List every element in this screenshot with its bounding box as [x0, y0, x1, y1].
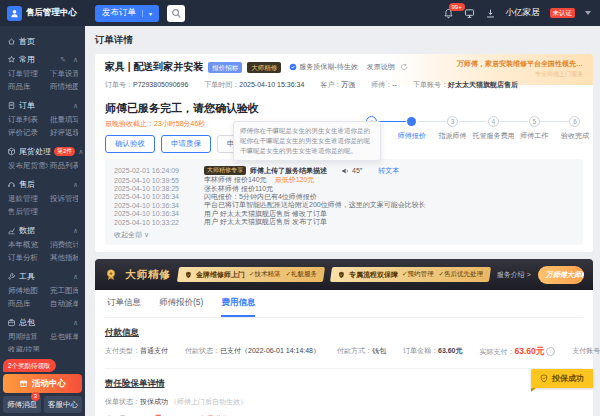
workbench-icon[interactable] — [464, 8, 475, 19]
app-title: 售后管理中心 — [26, 7, 77, 19]
sidebar-group: 订单管理 下单设置 商品库 商情地图 — [7, 65, 78, 93]
worker-logo-icon — [7, 6, 22, 21]
sidebar-item[interactable]: 好评返现 — [50, 128, 78, 138]
gold-badge-tag: 预约管理 — [407, 270, 433, 277]
sidebar-section-aftersale[interactable]: 售后 ∧ — [7, 179, 78, 190]
timeline-text: 李林师傅 报价140元 — [204, 176, 267, 184]
sidebar-nav: 首页 常用 ✎ ∧ 订单管理 下单设置 商品库 商情地图 订单 ∧ 订单列表 — [0, 26, 85, 352]
chevron-up-icon[interactable]: ∧ — [78, 148, 83, 156]
sidebar-group: 周期结算 总包账单 收藏/拉黑 — [7, 328, 78, 352]
order-header: 家具 | 配送到家并安装 报价招标 大师精修 服务质保期-待生效 发票说明 — [105, 61, 583, 73]
sidebar-item-label: 首页 — [19, 36, 35, 47]
sidebar-item[interactable]: 师傅地图 — [8, 286, 48, 296]
chevron-up-icon[interactable]: ∧ — [73, 181, 78, 189]
sidebar-item[interactable]: 收藏/拉黑 — [8, 345, 48, 352]
sidebar-group: 师傅地图 完工图库 商品库 自动派单 — [7, 282, 78, 310]
sidebar-section-tools[interactable]: 工具 ∧ — [7, 271, 78, 282]
payment-fields: 支付类型：普通支付 付款状态：已支付（2022-06-01 14:14:48） … — [105, 346, 583, 358]
timeline-row: 2025-04-10 10:39:55 李林师傅 报价140元 最低价120元 — [114, 176, 574, 184]
invoice-info-link[interactable]: 发票说明 — [367, 62, 395, 72]
order-card: 万师傅，家居安装维修平台全国性领先… 专业师傅上门服务 家具 | 配送到家并安装… — [95, 54, 593, 252]
refresh-icon[interactable] — [400, 63, 408, 71]
edit-icon[interactable]: ✎ — [60, 56, 66, 64]
order-time-label: 下单时间： — [204, 81, 239, 88]
sidebar-item[interactable]: 自动派单 — [50, 299, 78, 309]
sidebar-item[interactable]: 售后管理 — [8, 207, 48, 217]
activity-center-button[interactable]: 活动中心 — [3, 374, 82, 393]
sidebar-item-home[interactable]: 首页 — [7, 36, 78, 47]
sidebar-item[interactable]: 商品库 — [8, 299, 48, 309]
sidebar-item[interactable]: 本年概览 — [8, 240, 48, 250]
sidebar-item[interactable]: 退款管理 — [8, 194, 48, 204]
tab-fee-info[interactable]: 费用信息 — [221, 297, 255, 317]
search-button[interactable] — [167, 5, 185, 22]
publish-order-button[interactable]: 发布订单 ▾ — [95, 5, 159, 22]
sidebar-section-package[interactable]: 总包 ∧ — [7, 317, 78, 328]
timeline-time: 2025-04-10 10:36:34 — [114, 202, 204, 209]
download-icon[interactable] — [485, 8, 496, 19]
chevron-up-icon[interactable]: ∧ — [73, 227, 78, 235]
chevron-up-icon[interactable]: ∧ — [73, 319, 78, 327]
service-intro-link[interactable]: 服务介绍 > — [497, 270, 531, 280]
confirm-acceptance-button[interactable]: 确认验收 — [105, 135, 155, 153]
sidebar-section-orders[interactable]: 订单 ∧ — [7, 100, 78, 111]
master-repair-tag: 大师精修 — [247, 62, 281, 73]
gold-badge-onsite: 金牌维修师上门 ✓技术精湛✓礼貌服务 — [177, 267, 325, 282]
tab-order-info[interactable]: 订单信息 — [107, 297, 141, 317]
sidebar-section-favorites[interactable]: 常用 ✎ ∧ — [7, 54, 78, 65]
sidebar-item[interactable]: 订单分析 — [8, 253, 48, 263]
info-icon[interactable]: i — [546, 347, 555, 356]
user-menu-caret-icon[interactable] — [585, 11, 591, 15]
timeline-text: 平台已将订单智能匹配推送给附近200位师傅，这里的文案可能会比较长 — [204, 201, 426, 209]
to-text-link[interactable]: 转文本 — [378, 166, 399, 176]
master-message-label: 师傅消息 — [7, 400, 37, 410]
sidebar-item[interactable]: 商品列表 — [50, 161, 78, 171]
apply-warranty-button[interactable]: 申请质保 — [161, 135, 211, 153]
master-promo-banner[interactable]: 万师傅大师精修 行业大师上门，解决高价值高难度产品修复 — [538, 266, 584, 284]
tab-master-quotes[interactable]: 师傅报价(5) — [159, 297, 203, 317]
chevron-up-icon[interactable]: ∧ — [73, 273, 78, 281]
sidebar-item[interactable]: 总包账单 — [50, 332, 78, 342]
timeline-row: 2025-04-10 10:36:34 平台已将订单智能匹配推送给附近200位师… — [114, 201, 574, 209]
home-icon — [7, 37, 16, 46]
wrench-icon — [7, 272, 16, 281]
chevron-up-icon[interactable]: ∧ — [73, 102, 78, 110]
notification-bell-icon[interactable]: 99+ — [443, 8, 454, 19]
sidebar-item[interactable]: 评价记录 — [8, 128, 48, 138]
gold-badge-tag: 技术精湛 — [254, 270, 280, 277]
sidebar-item[interactable]: 批量填写记录 — [50, 115, 78, 125]
step-4: 4托管服务费用 — [487, 116, 499, 127]
sidebar-item[interactable]: 消费统计 — [50, 240, 78, 250]
sidebar-item[interactable]: 订单列表 — [8, 115, 48, 125]
headset-icon — [7, 180, 16, 189]
chevron-up-icon[interactable]: ∧ — [73, 56, 78, 64]
customer-service-button[interactable]: 客服中心 — [44, 396, 82, 413]
actual-pay-value: 63.60元 — [515, 346, 545, 356]
collapse-all-toggle[interactable]: 收起全部 ∨ — [114, 230, 574, 240]
sidebar-item[interactable]: 完工图库 — [50, 286, 78, 296]
sidebar-item[interactable]: 其他指标诊断 — [50, 253, 78, 263]
message-count-badge: 3 — [31, 392, 40, 401]
pay-status-label: 付款状态： — [185, 347, 220, 354]
briefcase-icon — [7, 318, 16, 327]
sidebar-section-data[interactable]: 数据 ∧ — [7, 225, 78, 236]
sidebar-item[interactable]: 周期结算 — [8, 332, 48, 342]
topbar-right: 99+ 小亿家居 未认证 — [443, 7, 600, 19]
timeline-time: 2025-04-10 10:36:34 — [114, 210, 204, 217]
step-6: 6验收完成 — [569, 116, 581, 127]
sidebar-item[interactable]: 发布尾货需求 — [8, 161, 48, 171]
warranty-shield-icon — [289, 63, 297, 71]
sidebar-item[interactable]: 订单管理 — [8, 69, 48, 79]
audio-message[interactable]: 45″ — [341, 167, 362, 175]
master-message-button[interactable]: 师傅消息 3 — [3, 396, 41, 413]
sidebar-item[interactable]: 商品库 — [8, 82, 48, 92]
timeline-text: 师傅上传了服务结果描述 — [250, 166, 327, 176]
timeline-time: 2025-04-10 10:39:55 — [114, 177, 204, 184]
sidebar-item[interactable]: 商情地图 — [50, 82, 78, 92]
sidebar-bottom-row: 师傅消息 3 客服中心 — [3, 396, 82, 413]
sidebar-section-tail-goods[interactable]: 尾货处理 第2件 ∧ — [7, 146, 78, 157]
sidebar-item[interactable]: 投诉管理 — [50, 194, 78, 204]
step-3: 3指派师傅 — [447, 116, 459, 127]
sidebar-item[interactable]: 下单设置 — [50, 69, 78, 79]
user-name[interactable]: 小亿家居 — [506, 7, 540, 19]
